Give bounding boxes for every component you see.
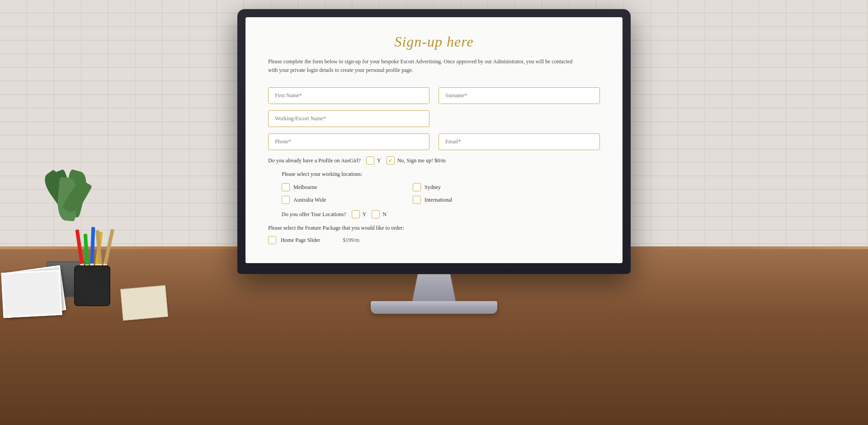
- locations-label: Please select your working locations:: [282, 171, 600, 178]
- contact-row: [268, 133, 600, 150]
- working-name-input[interactable]: [268, 110, 429, 127]
- tour-option-y[interactable]: Y: [352, 210, 367, 218]
- location-sydney[interactable]: Sydney: [413, 183, 508, 191]
- melbourne-label: Melbourne: [293, 184, 317, 191]
- monitor: Sign-up here Please complete the form be…: [237, 9, 631, 314]
- profile-no-checkbox[interactable]: [387, 156, 395, 165]
- australia-wide-checkbox[interactable]: [282, 196, 290, 204]
- locations-section: Please select your working locations: Me…: [282, 171, 600, 204]
- location-melbourne[interactable]: Melbourne: [282, 183, 377, 191]
- feature-item-slider[interactable]: Home Page Slider $199/m: [268, 236, 600, 244]
- email-input[interactable]: [439, 133, 600, 150]
- screen-content: Sign-up here Please complete the form be…: [245, 17, 623, 263]
- feature-label: Please select the Feature Package that y…: [268, 225, 404, 231]
- profile-no-label: No, Sign me up! $0/m: [397, 157, 446, 164]
- tour-y-checkbox[interactable]: [352, 210, 360, 218]
- name-row: [268, 87, 600, 104]
- international-checkbox[interactable]: [413, 196, 421, 204]
- monitor-frame: Sign-up here Please complete the form be…: [237, 9, 631, 274]
- feature-section: Please select the Feature Package that y…: [268, 225, 600, 244]
- monitor-stand-base: [371, 301, 497, 314]
- form-description: Please complete the form below to sign-u…: [268, 57, 576, 75]
- location-australia-wide[interactable]: Australia Wide: [282, 196, 377, 204]
- tour-question-label: Do you offer Tour Locations?: [282, 211, 346, 218]
- profile-y-label: Y: [377, 157, 381, 164]
- tour-question-row: Do you offer Tour Locations? Y N: [282, 210, 600, 218]
- tour-n-label: N: [382, 211, 387, 218]
- international-label: International: [425, 197, 452, 203]
- locations-grid: Melbourne Sydney Australia Wide: [282, 183, 508, 204]
- sydney-checkbox[interactable]: [413, 183, 421, 191]
- photo-stack: [0, 264, 72, 319]
- monitor-stand-neck: [407, 274, 461, 301]
- surname-input[interactable]: [439, 87, 600, 104]
- profile-option-y[interactable]: Y: [366, 156, 381, 165]
- tour-y-label: Y: [363, 211, 367, 218]
- monitor-screen: Sign-up here Please complete the form be…: [245, 17, 623, 263]
- envelope: [120, 285, 168, 321]
- tour-option-n[interactable]: N: [372, 210, 387, 218]
- feature-slider-label: Home Page Slider: [281, 237, 320, 244]
- profile-question-row: Do you already have a Profile on AusGirl…: [268, 156, 600, 165]
- melbourne-checkbox[interactable]: [282, 183, 290, 191]
- location-international[interactable]: International: [413, 196, 508, 204]
- feature-slider-price: $199/m: [343, 237, 359, 244]
- first-name-input[interactable]: [268, 87, 429, 104]
- pencil-holder: [70, 256, 115, 306]
- working-name-row: [268, 110, 600, 127]
- profile-option-no[interactable]: No, Sign me up! $0/m: [387, 156, 446, 165]
- slider-checkbox[interactable]: [268, 236, 276, 244]
- australia-wide-label: Australia Wide: [293, 197, 326, 203]
- profile-question-label: Do you already have a Profile on AusGirl…: [268, 157, 361, 164]
- page-title: Sign-up here: [268, 33, 600, 50]
- profile-y-checkbox[interactable]: [366, 156, 374, 165]
- tour-n-checkbox[interactable]: [372, 210, 380, 218]
- sydney-label: Sydney: [425, 184, 441, 191]
- background-scene: Sign-up here Please complete the form be…: [0, 0, 868, 425]
- phone-input[interactable]: [268, 133, 429, 150]
